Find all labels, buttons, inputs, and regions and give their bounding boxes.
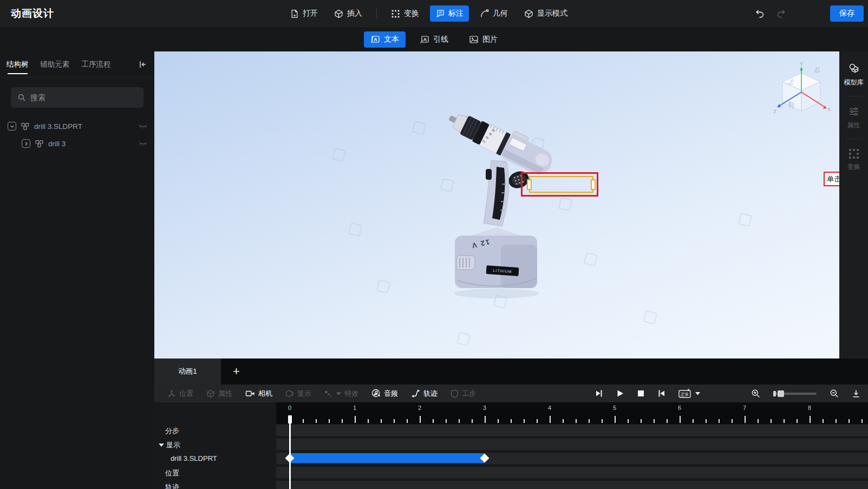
track-row-trajectory[interactable]: 轨迹 <box>154 481 868 489</box>
open-button[interactable]: 打开 <box>284 5 323 22</box>
tab-animation-1[interactable]: 动画1 <box>154 358 221 384</box>
viewcube-face-right[interactable]: 右 <box>814 65 821 75</box>
collapse-sidebar-icon[interactable] <box>138 60 148 69</box>
ruler-number: 6 <box>678 405 681 411</box>
viewcube-face-front[interactable]: 前 <box>788 100 795 110</box>
display-mode-button[interactable]: 显示模式 <box>519 5 573 22</box>
ruler-minor-tick <box>472 419 473 423</box>
ruler-minor-tick <box>524 419 525 423</box>
save-button[interactable]: 保存 <box>830 5 864 22</box>
rail-item-model-library[interactable]: 模型库 <box>844 60 864 89</box>
rail-item-transform[interactable]: 变换 <box>847 146 860 174</box>
row-label[interactable]: 显示 <box>159 440 180 450</box>
collapse-triangle-icon[interactable] <box>159 444 164 447</box>
tab-process-flow[interactable]: 工序流程 <box>82 51 111 77</box>
ruler-number: 3 <box>483 405 486 411</box>
ruler-minor-tick <box>433 419 434 423</box>
model-library-icon <box>847 62 860 75</box>
resize-handle-left[interactable] <box>527 179 532 190</box>
ruler-minor-tick <box>628 419 629 423</box>
ruler-minor-tick <box>849 419 850 423</box>
rail-separator <box>846 96 862 96</box>
tree-row-drill-assembly[interactable]: drill 3.SLDPRT <box>0 118 154 135</box>
export-download-icon[interactable] <box>852 389 860 398</box>
leader-tool-button[interactable]: A 引线 <box>413 31 455 48</box>
zoom-in-icon[interactable] <box>751 389 760 398</box>
step-forward-icon[interactable] <box>657 389 665 397</box>
ruler-minor-tick <box>329 419 330 423</box>
ruler-minor-tick <box>693 419 694 423</box>
resize-handle-right[interactable] <box>591 179 596 190</box>
annotate-button[interactable]: 标注 <box>430 5 469 22</box>
tree-row-drill-part[interactable]: drill 3 <box>0 135 154 152</box>
tool-trajectory[interactable]: 轨迹 <box>411 389 438 399</box>
ruler-number: 5 <box>613 405 616 411</box>
track-row-position[interactable]: 位置 <box>154 467 868 478</box>
annotation-selection-box[interactable] <box>521 172 598 197</box>
watermark-glyph <box>643 310 658 325</box>
watermark-glyph <box>456 332 471 347</box>
transform-dots-icon <box>848 148 860 160</box>
structure-tree: drill 3.SLDPRT drill 3 <box>0 118 154 152</box>
add-animation-button[interactable]: + <box>233 366 240 377</box>
ruler-major-tick <box>680 416 681 423</box>
app-title: 动画设计 <box>0 6 54 21</box>
playhead-line[interactable] <box>289 415 291 489</box>
text-tool-button[interactable]: A 文本 <box>364 31 406 48</box>
image-tool-button[interactable]: 图片 <box>462 31 504 48</box>
tool-properties[interactable]: 属性 <box>206 389 232 399</box>
ruler-minor-tick <box>823 419 824 423</box>
viewport-3d[interactable]: 2 3 4 5 12 V LITHIUM <box>154 51 839 358</box>
track-row-steps[interactable]: 分步 <box>154 425 868 436</box>
tab-aux-elements[interactable]: 辅助元素 <box>41 51 70 77</box>
eye-closed-icon[interactable] <box>138 122 148 130</box>
timeline-ruler[interactable]: 012345678 <box>276 402 868 424</box>
watermark-glyph <box>376 279 391 294</box>
shield-icon <box>451 389 459 398</box>
insert-button[interactable]: 插入 <box>329 5 368 22</box>
ruler-minor-tick <box>381 419 382 423</box>
geometry-button[interactable]: 几何 <box>474 5 513 22</box>
step-back-icon[interactable] <box>595 389 603 397</box>
ruler-minor-tick <box>576 419 577 423</box>
image-icon <box>469 35 479 44</box>
ruler-minor-tick <box>836 419 837 423</box>
search-input[interactable] <box>30 93 128 102</box>
tool-effects[interactable]: 特效 <box>324 389 358 399</box>
keyframe-bar[interactable] <box>290 453 485 463</box>
slider-knob[interactable] <box>778 390 784 397</box>
track-row-drill[interactable]: drill 3.SLDPRT <box>154 453 868 464</box>
tool-audio[interactable]: 音频 <box>371 389 398 399</box>
tool-display[interactable]: 显示 <box>285 389 311 399</box>
view-cube[interactable]: 上 前 右 Y Z X <box>771 61 834 125</box>
assembly-icon <box>35 139 44 148</box>
ruler-major-tick <box>810 416 811 423</box>
chevron-down-icon[interactable] <box>8 122 16 131</box>
play-icon[interactable] <box>616 389 624 397</box>
annotation-subtoolbar: A 文本 A 引线 图片 <box>0 27 868 51</box>
redo-icon[interactable] <box>776 9 787 19</box>
transform-button[interactable]: 变换 <box>386 5 425 22</box>
playback-mode-selector[interactable]: 正常 <box>678 388 700 399</box>
rail-item-properties[interactable]: 属性 <box>847 103 860 132</box>
ruler-minor-tick <box>342 419 343 423</box>
chevron-right-icon[interactable] <box>22 139 30 148</box>
ruler-number: 2 <box>418 405 421 411</box>
track-row-display-group[interactable]: 显示 <box>154 439 868 450</box>
tool-workstep[interactable]: 工步 <box>451 389 476 399</box>
tool-position[interactable]: 位置 <box>167 389 193 399</box>
watermark-glyph <box>332 148 347 162</box>
drill-model[interactable]: 2 3 4 5 12 V LITHIUM <box>425 103 566 309</box>
eye-closed-icon[interactable] <box>138 140 148 147</box>
stop-icon[interactable] <box>637 390 644 397</box>
undo-icon[interactable] <box>754 9 765 19</box>
timeline-zoom-slider[interactable] <box>773 393 817 395</box>
rail-separator <box>846 139 862 139</box>
zoom-out-icon[interactable] <box>830 389 839 398</box>
search-box[interactable] <box>11 87 143 108</box>
text-annotation-frame[interactable] <box>529 176 593 193</box>
timeline-tracks: 012345678 分步 显示 drill 3.SLDPRT 位置 轨迹 <box>154 402 868 489</box>
tool-camera[interactable]: 相机 <box>245 389 272 399</box>
tab-structure-tree[interactable]: 结构树 <box>6 51 29 77</box>
text-box-icon: A <box>370 35 380 44</box>
